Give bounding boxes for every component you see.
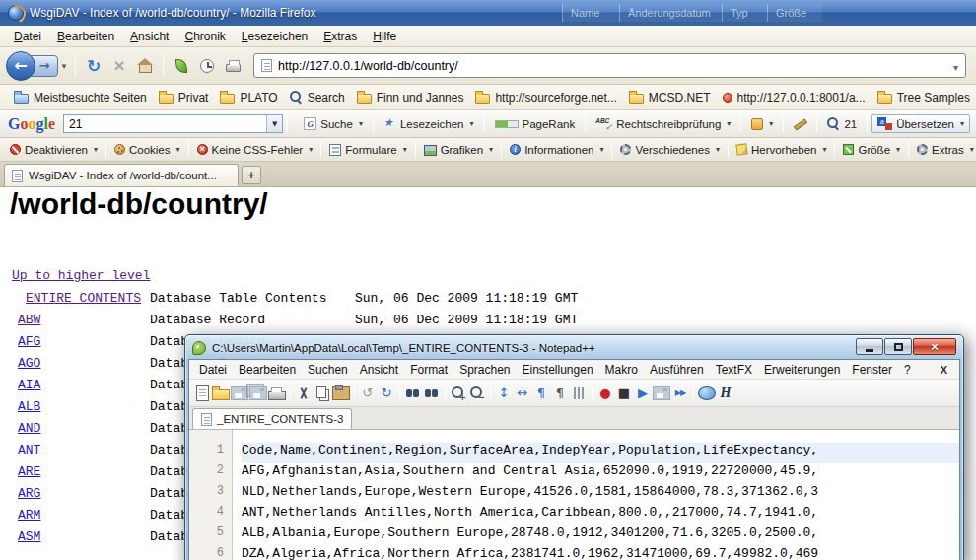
webdev-keine-css-fehler-button[interactable]: Keine CSS-Fehler — [193, 142, 317, 158]
menu-bearbeiten[interactable]: Bearbeiten — [49, 27, 122, 46]
url-bar[interactable]: http://127.0.0.1/world-db/country/ — [253, 53, 966, 78]
webdev-hervorheben-button[interactable]: Hervorheben — [732, 142, 831, 158]
listing-link-asm[interactable]: ASM — [18, 529, 40, 544]
np-menu-bearbeiten[interactable]: Bearbeiten — [233, 361, 302, 379]
save-all-icon[interactable] — [249, 386, 267, 400]
listing-link-ago[interactable]: AGO — [18, 356, 40, 371]
run-macro-multiple-icon[interactable]: ▶▶ — [671, 385, 689, 402]
bookmark-search[interactable]: Search — [284, 89, 351, 106]
webdev-groesse-button[interactable]: Größe — [839, 142, 904, 158]
menu-datei[interactable]: Datei — [6, 27, 49, 46]
np-menu-makro[interactable]: Makro — [599, 361, 644, 379]
menu-ansicht[interactable]: Ansicht — [122, 27, 176, 46]
listing-link-ant[interactable]: ANT — [18, 443, 40, 457]
google-rechtschreibpruefung-button[interactable]: Rechtschreibprüfung — [590, 114, 736, 133]
listing-link-arm[interactable]: ARM — [18, 508, 40, 523]
menu-extras[interactable]: Extras — [315, 27, 365, 46]
webdev-deaktivieren-button[interactable]: Deaktivieren — [6, 142, 102, 158]
stop-button[interactable] — [106, 53, 132, 79]
bookmark-meistbesuchte-seiten[interactable]: Meistbesuchte Seiten — [8, 89, 153, 106]
cut-icon[interactable] — [295, 385, 313, 402]
bookmark-privat[interactable]: Privat — [153, 89, 215, 106]
up-link[interactable]: Up to higher level — [12, 268, 150, 283]
webdev-formulare-button[interactable]: Formulare — [325, 142, 410, 158]
stop-macro-icon[interactable]: ■ — [615, 385, 633, 402]
bookmark-mcsd-net[interactable]: MCSD.NET — [623, 89, 717, 106]
open-file-icon[interactable] — [212, 389, 230, 400]
bookmark-http-127-0-0-1-8001-a[interactable]: http://127.0.0.1:8001/a... — [717, 89, 871, 106]
np-menu-sprachen[interactable]: Sprachen — [453, 361, 516, 379]
np-menu-suchen[interactable]: Suchen — [302, 361, 354, 379]
record-macro-icon[interactable]: ● — [596, 385, 614, 402]
redo-icon[interactable]: ↻ — [378, 385, 395, 402]
replace-icon[interactable] — [423, 385, 441, 402]
bookmark-tree-samples[interactable]: Tree Samples — [871, 89, 976, 106]
webdev-verschiedenes-button[interactable]: Verschiedenes — [616, 142, 723, 158]
word-wrap-icon[interactable]: ¶ — [532, 385, 550, 402]
google-search-dropdown[interactable] — [266, 115, 282, 132]
print-icon[interactable] — [268, 391, 286, 400]
minimize-button[interactable] — [856, 338, 883, 355]
find-icon[interactable] — [404, 385, 422, 402]
google-uebersetzen-button[interactable]: Übersetzen — [871, 114, 970, 133]
play-macro-icon[interactable]: ▶ — [634, 385, 652, 402]
sync-horizontal-scroll-icon[interactable]: ↔ — [514, 385, 531, 402]
undo-icon[interactable]: ↺ — [359, 385, 377, 402]
np-menu-einstellungen[interactable]: Einstellungen — [517, 361, 599, 379]
google-suche-button[interactable]: Suche — [298, 114, 369, 133]
np-menu-erweiterungen[interactable]: Erweiterungen — [758, 361, 846, 379]
notepad-tab[interactable]: _ENTIRE_CONTENTS-3 — [192, 408, 352, 429]
copy-icon[interactable] — [314, 385, 331, 402]
listing-link-abw[interactable]: ABW — [18, 313, 40, 327]
listing-link-and[interactable]: AND — [18, 421, 40, 436]
sync-vertical-scroll-icon[interactable]: ↕ — [495, 385, 513, 402]
np-menu-item[interactable]: ? — [898, 361, 917, 379]
function-h-icon[interactable]: H — [717, 385, 734, 402]
indent-guide-icon[interactable] — [570, 385, 588, 402]
close-button[interactable] — [913, 338, 956, 355]
maximize-button[interactable] — [884, 338, 912, 355]
save-macro-icon[interactable] — [653, 386, 670, 400]
url-dropdown-button[interactable] — [953, 57, 958, 75]
zoom-in-icon[interactable] — [450, 385, 467, 402]
np-menu-fenster[interactable]: Fenster — [846, 361, 898, 379]
bookmark-plato[interactable]: PLATO — [214, 89, 283, 106]
google-pencil-button[interactable] — [788, 114, 812, 133]
google-autofill-button[interactable] — [745, 115, 779, 133]
menu-hilfe[interactable]: Hilfe — [365, 27, 404, 46]
feed-button[interactable] — [169, 53, 194, 79]
doc-switcher-icon[interactable] — [698, 386, 716, 400]
back-button[interactable] — [6, 51, 35, 81]
listing-link-afg[interactable]: AFG — [18, 334, 40, 349]
save-icon[interactable] — [231, 386, 248, 400]
webdev-cookies-button[interactable]: Cookies — [110, 142, 184, 158]
print-button[interactable] — [220, 53, 245, 79]
listing-link-aia[interactable]: AIA — [18, 378, 40, 392]
google-21-button[interactable]: 21 — [821, 114, 863, 133]
menu-lesezeichen[interactable]: Lesezeichen — [234, 27, 315, 46]
show-all-characters-icon[interactable]: ¶ — [551, 385, 569, 402]
webdev-extras-button[interactable]: Extras — [913, 142, 976, 158]
np-menu-close-button[interactable]: X — [933, 364, 955, 376]
editor-text-area[interactable]: Code,Name,Continent,Region,SurfaceArea,I… — [233, 430, 959, 560]
google-lesezeichen-button[interactable]: Lesezeichen — [378, 114, 480, 133]
refresh-button[interactable] — [81, 53, 106, 79]
tab-wsgidav[interactable]: WsgiDAV - Index of /world-db/count... — [4, 164, 239, 186]
np-menu-ausfuehren[interactable]: Ausführen — [644, 361, 710, 379]
webdev-informationen-button[interactable]: Informationen — [506, 142, 607, 158]
listing-link-alb[interactable]: ALB — [18, 399, 40, 414]
history-dropdown-button[interactable] — [58, 55, 70, 77]
history-button[interactable] — [194, 53, 220, 79]
zoom-out-icon[interactable] — [468, 385, 486, 402]
home-button[interactable] — [132, 53, 158, 79]
bookmark-http-sourceforge-net[interactable]: http://sourceforge.net... — [469, 89, 622, 106]
np-menu-textfx[interactable]: TextFX — [710, 361, 758, 379]
notepad-editor[interactable]: 123456 Code,Name,Continent,Region,Surfac… — [189, 430, 959, 560]
google-pagerank-button[interactable]: PageRank — [489, 115, 582, 133]
google-search-box[interactable]: 21 — [63, 114, 283, 133]
listing-link-are[interactable]: ARE — [18, 464, 40, 479]
menu-chronik[interactable]: Chronik — [176, 27, 233, 46]
listing-link-arg[interactable]: ARG — [18, 486, 40, 501]
np-menu-format[interactable]: Format — [404, 361, 453, 379]
new-file-icon[interactable] — [196, 385, 209, 401]
